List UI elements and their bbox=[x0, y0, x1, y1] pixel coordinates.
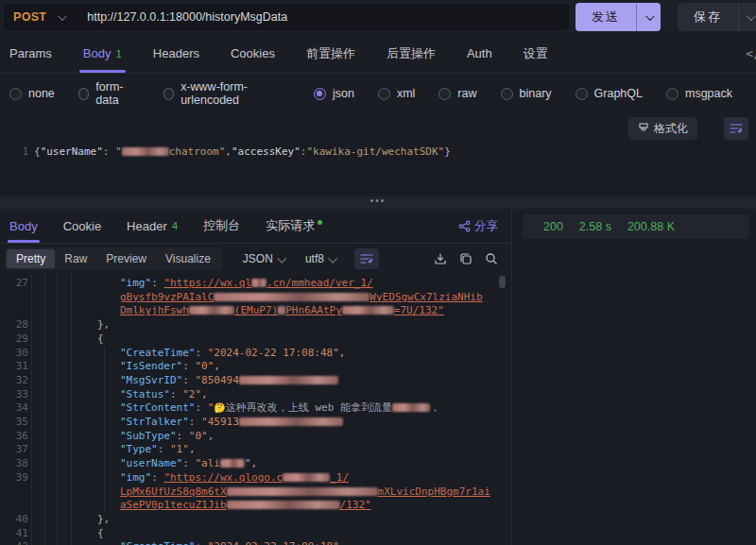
save-button[interactable]: 保存 bbox=[678, 3, 738, 31]
code-token: : bbox=[103, 145, 115, 158]
code-line-content: gBysfb9vzPAIalCWyEDSgwCx7lziaNHib bbox=[28, 291, 483, 305]
brush-icon bbox=[638, 123, 649, 134]
search-button[interactable] bbox=[485, 252, 498, 265]
code-token: " bbox=[115, 145, 122, 158]
api-client-window: POST http://127.0.0.1:18000/historyMsgDa… bbox=[0, 0, 756, 545]
view-visualize[interactable]: Visualize bbox=[156, 249, 220, 268]
tab-body[interactable]: Body1 bbox=[83, 34, 122, 73]
save-dropdown-button[interactable] bbox=[738, 3, 756, 31]
download-icon bbox=[434, 252, 447, 265]
code-token: "CreateTime" bbox=[120, 540, 195, 545]
radio-icon bbox=[438, 88, 451, 100]
tab-settings[interactable]: 设置 bbox=[524, 34, 548, 73]
view-raw[interactable]: Raw bbox=[55, 249, 96, 268]
code-token: "accessKey" bbox=[232, 145, 301, 158]
code-token: "userName" bbox=[120, 457, 182, 469]
response-tab-body[interactable]: Body bbox=[9, 209, 38, 243]
share-button[interactable]: 分享 bbox=[458, 209, 498, 243]
code-token: "StrContent" bbox=[120, 401, 195, 414]
encoding-select[interactable]: utf8 bbox=[305, 252, 335, 265]
radio-msgpack[interactable]: msgpack bbox=[666, 87, 732, 100]
radio-json[interactable]: json bbox=[314, 87, 354, 100]
radio-graphql[interactable]: GraphQL bbox=[576, 87, 643, 100]
code-line: 27"img": "https://wx.ql.cn/mmhead/ver_1/ bbox=[0, 277, 511, 291]
vertical-scrollbar[interactable] bbox=[499, 276, 506, 288]
code-line: gBysfb9vzPAIalCWyEDSgwCx7lziaNHib bbox=[0, 291, 511, 305]
code-token: "https://wx.ql bbox=[163, 277, 251, 289]
radio-none[interactable]: none bbox=[9, 87, 55, 100]
code-snippet-icon[interactable]: </ bbox=[746, 46, 756, 60]
line-number: 28 bbox=[0, 318, 28, 332]
response-tab-header[interactable]: Header4 bbox=[127, 209, 178, 243]
view-pretty[interactable]: Pretty bbox=[7, 249, 55, 268]
radio-raw[interactable]: raw bbox=[438, 87, 476, 100]
code-line: 35"StrTalker": "45913 bbox=[0, 416, 511, 430]
view-preview[interactable]: Preview bbox=[96, 249, 156, 268]
tab-headers[interactable]: Headers bbox=[153, 34, 199, 73]
request-body-editor[interactable]: 1 {"userName": "chatroom","accessKey":"k… bbox=[0, 142, 756, 196]
tab-post-actions[interactable]: 后置操作 bbox=[387, 34, 436, 73]
format-button[interactable]: 格式化 bbox=[628, 117, 697, 140]
line-number: 35 bbox=[0, 416, 28, 430]
line-number: 1 bbox=[0, 145, 28, 160]
code-line: 1 {"userName": "chatroom","accessKey":"k… bbox=[0, 145, 756, 160]
response-tab-actual-request[interactable]: 实际请求 bbox=[266, 209, 322, 243]
code-token: : bbox=[151, 277, 163, 289]
radio-urlencoded[interactable]: x-www-form-urlencoded bbox=[163, 80, 290, 107]
code-token: }, bbox=[97, 513, 110, 525]
radio-icon-selected bbox=[314, 88, 326, 100]
code-line: 29{ bbox=[0, 332, 511, 347]
status-code: 200 bbox=[543, 220, 563, 233]
line-number: 27 bbox=[0, 277, 28, 291]
redacted-text bbox=[227, 487, 378, 496]
code-line-content: "userName": "ali", bbox=[28, 457, 257, 471]
save-button-group: 保存 bbox=[678, 3, 756, 31]
method-select[interactable]: POST bbox=[4, 10, 52, 24]
line-number: 38 bbox=[0, 457, 28, 471]
response-tab-cookie[interactable]: Cookie bbox=[63, 209, 101, 243]
tab-params[interactable]: Params bbox=[9, 34, 52, 73]
url-input[interactable]: http://127.0.0.1:18000/historyMsgData bbox=[70, 10, 287, 24]
code-token: 这种再改改，上线 web 能拿到流量 bbox=[226, 401, 392, 414]
word-wrap-toggle[interactable] bbox=[724, 117, 748, 140]
code-line-content: }, bbox=[28, 318, 110, 332]
code-token: (EMuP7) bbox=[234, 304, 278, 316]
response-body-editor[interactable]: 27"img": "https://wx.ql.cn/mmhead/ver_1/… bbox=[0, 274, 511, 545]
code-token: "2024-02-22 17:08:48" bbox=[208, 347, 339, 359]
url-bar[interactable]: POST http://127.0.0.1:18000/historyMsgDa… bbox=[4, 4, 569, 30]
response-tab-console[interactable]: 控制台 bbox=[203, 209, 240, 243]
type-select[interactable]: JSON bbox=[243, 252, 284, 265]
radio-icon bbox=[163, 88, 175, 100]
line-number: 39 bbox=[0, 471, 28, 485]
editor-actions-row: 格式化 bbox=[0, 115, 756, 142]
send-button[interactable]: 发送 bbox=[576, 3, 636, 31]
radio-icon bbox=[78, 88, 90, 100]
code-token: PHn6AAtPy bbox=[285, 304, 342, 316]
radio-binary[interactable]: binary bbox=[501, 87, 552, 100]
code-token: : bbox=[182, 374, 195, 386]
panel-resize-handle[interactable]: ••• bbox=[0, 196, 756, 209]
tab-cookies[interactable]: Cookies bbox=[231, 34, 275, 73]
send-dropdown-button[interactable] bbox=[636, 3, 661, 31]
status-dot bbox=[318, 220, 322, 225]
code-line: 30"CreateTime": "2024-02-22 17:08:48", bbox=[0, 347, 511, 361]
tab-pre-actions[interactable]: 前置操作 bbox=[306, 34, 355, 73]
request-topbar: POST http://127.0.0.1:18000/historyMsgDa… bbox=[0, 0, 756, 34]
indent-guide bbox=[31, 274, 32, 545]
code-line-content: "StrTalker": "45913 bbox=[28, 416, 343, 430]
radio-xml[interactable]: xml bbox=[378, 87, 415, 100]
tab-auth[interactable]: Auth bbox=[467, 34, 492, 73]
code-token: "2" bbox=[182, 388, 201, 400]
code-line-content: "CreateTime": "2024-02-22 17:09:18" bbox=[28, 540, 339, 545]
copy-button[interactable] bbox=[459, 252, 472, 265]
response-word-wrap-toggle[interactable] bbox=[354, 248, 379, 269]
code-line-content: "img": "https://wx.qlogo.c_1/ bbox=[28, 471, 349, 485]
chevron-down-icon bbox=[277, 253, 286, 263]
code-token: "0" bbox=[189, 430, 208, 442]
download-button[interactable] bbox=[434, 252, 447, 265]
code-token: : bbox=[182, 457, 195, 469]
search-icon bbox=[485, 252, 498, 265]
response-json-content: 27"img": "https://wx.ql.cn/mmhead/ver_1/… bbox=[0, 277, 511, 545]
radio-form-data[interactable]: form-data bbox=[78, 80, 140, 107]
code-token: { bbox=[97, 527, 104, 539]
